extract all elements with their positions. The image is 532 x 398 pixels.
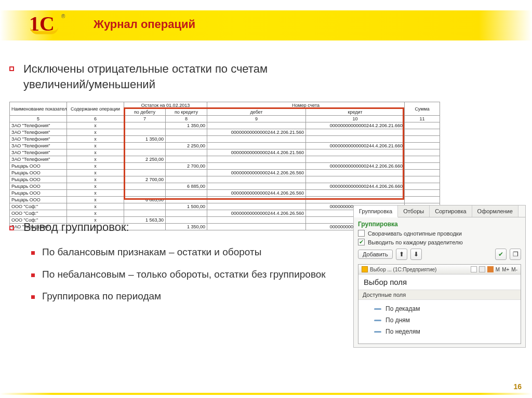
bullet-main-1: Исключены отрицательные остатки по счета… <box>9 61 373 92</box>
move-down-button[interactable]: ⬇ <box>410 249 422 260</box>
colnum: 9 <box>207 116 306 122</box>
table-cell: 00000000000000244.4.206.26.560 <box>207 190 306 197</box>
table-cell: х <box>67 197 124 203</box>
table-row: ЗАО "Телефония"х2 250,00 <box>10 156 440 163</box>
table-cell <box>306 170 405 176</box>
app-icon <box>362 266 368 272</box>
bullet-main-1-line1: Исключены отрицательные остатки по счета… <box>23 62 268 75</box>
table-cell <box>207 143 306 149</box>
table-cell <box>166 190 207 197</box>
square-bullet-icon <box>31 295 35 299</box>
tab-filters[interactable]: Отборы <box>398 205 430 217</box>
table-cell: ООО "Соф:" <box>10 203 67 210</box>
table-cell <box>166 136 207 143</box>
table-cell: 1 500,00 <box>166 203 207 210</box>
table-row: ЗАО "Телефония"х00000000000000244.4.206.… <box>10 149 440 156</box>
header-highlight <box>0 10 532 40</box>
table-cell <box>207 183 306 190</box>
checkbox-collapse-label: Сворачивать однотипные проводки <box>368 230 462 237</box>
tab-grouping[interactable]: Группировка <box>354 205 398 217</box>
col-balance-group: Остаток на 01.02.2013 <box>124 102 207 109</box>
bullet-main-2-text: Вывод группировок: <box>23 221 129 234</box>
grid-icon[interactable] <box>471 266 477 272</box>
table-cell <box>124 203 166 210</box>
tab-sorting[interactable]: Сортировка <box>430 205 472 217</box>
table-cell: 1 563,30 <box>124 217 166 224</box>
tree-item-dekady[interactable]: По декадам <box>374 303 515 314</box>
sub-bullet-2: По небалансовым – только обороты, остатк… <box>31 267 326 282</box>
col-name: Наименование показателя <box>10 102 67 116</box>
table-cell: Рыцарь ООО <box>10 190 67 197</box>
calendar-icon[interactable] <box>487 266 494 272</box>
sub-bullet-1-text: По балансовым признакам – остатки и обор… <box>42 245 261 260</box>
table-row: Рыцарь ОООх00000000000000244.4.206.26.56… <box>10 190 440 197</box>
sub-bullet-1: По балансовым признакам – остатки и обор… <box>31 245 261 260</box>
table-cell <box>306 190 405 197</box>
colnum: 6 <box>67 116 124 122</box>
table-cell <box>124 129 166 136</box>
table-cell: 2 700,00 <box>166 163 207 170</box>
col-debit-bal: по дебету <box>124 109 166 116</box>
table-cell <box>306 156 405 163</box>
table-cell <box>166 129 207 136</box>
table-row: ЗАО "Телефония"х00000000000000244.2.206.… <box>10 129 440 136</box>
tree-item-label: По декадам <box>385 305 420 312</box>
table-cell <box>207 122 306 129</box>
sub-bullet-2-text: По небалансовым – только обороты, остатк… <box>42 267 326 282</box>
col-account-group: Номер счета <box>207 102 405 109</box>
table-cell <box>166 217 207 224</box>
table-cell <box>166 170 207 176</box>
tab-design[interactable]: Оформление <box>472 205 518 217</box>
square-bullet-icon <box>9 226 14 230</box>
field-icon <box>374 320 381 321</box>
table-cell <box>207 176 306 183</box>
section-label: Группировка <box>358 221 521 228</box>
table-cell <box>207 203 306 210</box>
table-cell: 00000000000000244.2.206.21.660 <box>306 122 405 129</box>
m-plus-button[interactable]: M+ <box>502 267 509 272</box>
m-minus-button[interactable]: M- <box>511 267 517 272</box>
add-button[interactable]: Добавить <box>358 250 393 259</box>
table-cell: х <box>67 210 124 217</box>
table-cell <box>306 149 405 156</box>
tree-item-dnyam[interactable]: По дням <box>374 314 515 326</box>
col-sum: Сумма <box>405 102 440 116</box>
colnum: 5 <box>10 116 67 122</box>
table-cell: 2 250,00 <box>124 156 166 163</box>
table-cell: 00000000000000244.4.206.21.660 <box>306 143 405 149</box>
table-cell <box>124 224 166 230</box>
print-icon[interactable] <box>479 266 485 272</box>
table-cell <box>207 163 306 170</box>
sub-bullet-3-text: Группировка по периодам <box>42 289 161 304</box>
table-cell <box>166 210 207 217</box>
m-button[interactable]: M <box>496 267 500 272</box>
page-number: 16 <box>513 382 522 391</box>
field-chooser-heading: Выбор поля <box>358 275 521 290</box>
copy-button[interactable]: ❐ <box>510 249 521 260</box>
table-cell <box>306 129 405 136</box>
tree-item-nedelyam[interactable]: По неделям <box>374 326 515 337</box>
table-cell <box>207 217 306 224</box>
table-cell <box>405 183 440 190</box>
table-cell: х <box>67 122 124 129</box>
table-cell <box>166 149 207 156</box>
table-cell <box>207 224 306 230</box>
checkbox-collapse[interactable]: Сворачивать однотипные проводки <box>358 230 521 237</box>
check-all-button[interactable]: ✔ <box>495 249 507 260</box>
table-cell <box>166 197 207 203</box>
table-cell: х <box>67 156 124 163</box>
table-cell: ЗАО "Телефония" <box>10 149 67 156</box>
tree-item-label: По неделям <box>385 328 420 335</box>
table-cell <box>124 170 166 176</box>
footer-stripe <box>0 393 532 395</box>
table-row: ЗАО "Телефония"х2 250,000000000000000024… <box>10 143 440 149</box>
grouping-panel: Группировка Отборы Сортировка Оформление… <box>353 205 526 348</box>
checkbox-output-each[interactable]: ✔ Выводить по каждому разделителю <box>358 239 521 245</box>
table-row: ЗАО "Телефония"х1 350,000000000000000024… <box>10 122 440 129</box>
table-cell: х <box>67 136 124 143</box>
table-cell <box>207 197 306 203</box>
move-up-button[interactable]: ⬆ <box>396 249 407 260</box>
available-fields-label: Доступные поля <box>358 290 521 300</box>
table-cell: ЗАО "Телефония" <box>10 143 67 149</box>
table-cell <box>124 183 166 190</box>
